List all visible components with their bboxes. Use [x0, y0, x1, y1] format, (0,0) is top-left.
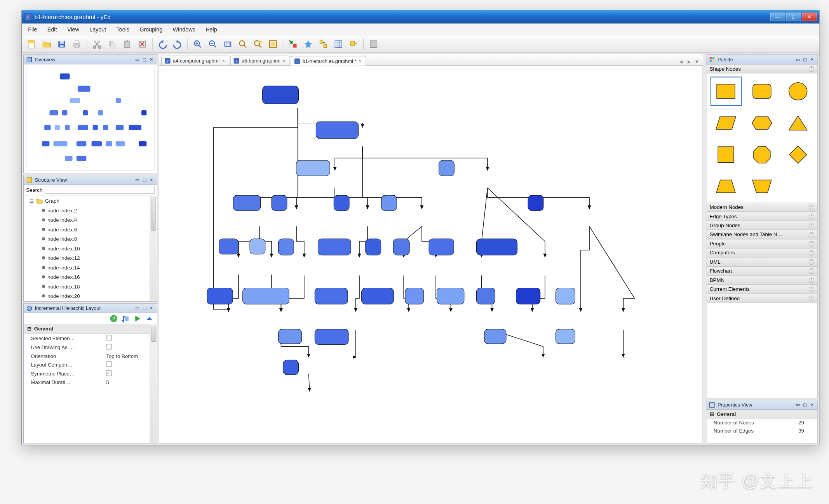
graph-node[interactable]: [405, 288, 424, 304]
panel-min-icon[interactable]: ▢: [141, 177, 147, 182]
tree-toggle-icon[interactable]: ⊟: [27, 326, 31, 332]
zoom-reset-button[interactable]: 1:1: [221, 37, 235, 51]
graph-node[interactable]: [315, 329, 349, 345]
redo-button[interactable]: [171, 37, 185, 51]
collapse-icon[interactable]: ˄: [809, 66, 814, 71]
panel-undock-icon[interactable]: ▭: [134, 57, 140, 62]
tree-toggle-icon[interactable]: ⊟: [710, 411, 714, 417]
graph-edge[interactable]: [362, 147, 367, 209]
expand-icon[interactable]: ˅: [809, 232, 814, 237]
paste-button[interactable]: [120, 37, 134, 51]
graph-node[interactable]: [272, 195, 287, 211]
shape-ellipse[interactable]: [784, 78, 812, 104]
graph-edge[interactable]: [581, 226, 589, 311]
graph-node[interactable]: [365, 239, 381, 255]
menu-grouping[interactable]: Grouping: [137, 24, 165, 34]
graph-node[interactable]: [278, 329, 302, 344]
structure-tree[interactable]: ⊟ Graph node index:2node index:4node ind…: [24, 195, 157, 301]
graph-node[interactable]: [437, 288, 464, 304]
shape-trapezoid[interactable]: [712, 173, 740, 199]
graph-edge[interactable]: [589, 226, 635, 311]
shape-diamond[interactable]: [784, 142, 812, 168]
tab-prev-icon[interactable]: ◂: [677, 57, 684, 65]
tree-item[interactable]: node index:18: [26, 282, 155, 291]
palette-section-header[interactable]: People˅: [707, 239, 818, 248]
search-input[interactable]: [45, 186, 154, 194]
delete-button[interactable]: [136, 37, 149, 51]
graph-node[interactable]: [318, 239, 351, 255]
document-tab[interactable]: yb1-hierarchies.graphml *×: [291, 56, 366, 65]
checkbox[interactable]: [106, 361, 111, 367]
tab-close-icon[interactable]: ×: [222, 57, 225, 63]
grid-button[interactable]: [332, 37, 345, 51]
palette-section-header[interactable]: Current Elements˅: [707, 285, 818, 294]
edit-mode-button[interactable]: [286, 37, 300, 51]
layout-row[interactable]: Symmetric Place…: [24, 369, 157, 378]
panel-undock-icon[interactable]: ▭: [795, 402, 801, 407]
document-tab[interactable]: ya5-bpmn.graphml×: [230, 56, 290, 65]
graph-node[interactable]: [334, 195, 350, 211]
graph-node[interactable]: [393, 239, 410, 255]
zoom-in-button[interactable]: [191, 37, 205, 51]
overview-mini-map[interactable]: [26, 67, 154, 170]
layout-row[interactable]: Layout Compon…: [24, 360, 157, 369]
diagram-canvas[interactable]: [159, 66, 702, 443]
menu-windows[interactable]: Windows: [171, 24, 198, 34]
panel-close-icon[interactable]: ✕: [809, 402, 815, 407]
cut-button[interactable]: [90, 37, 104, 51]
expand-icon[interactable]: ˅: [809, 250, 814, 255]
graph-node[interactable]: [556, 329, 575, 344]
snap-button[interactable]: [347, 37, 360, 51]
graph-node[interactable]: [242, 288, 289, 304]
graph-node[interactable]: [233, 195, 261, 211]
palette-section-header[interactable]: Flowchart˅: [707, 266, 818, 275]
graph-node[interactable]: [296, 160, 330, 176]
graph-node[interactable]: [315, 288, 348, 304]
nav-mode-button[interactable]: [301, 37, 315, 51]
checkbox[interactable]: [106, 335, 111, 340]
graph-node[interactable]: [278, 239, 294, 255]
tree-item[interactable]: node index:6: [26, 225, 155, 234]
shape-rectangle[interactable]: [712, 78, 740, 104]
graph-node[interactable]: [429, 239, 454, 255]
tab-close-icon[interactable]: ×: [359, 58, 362, 64]
zoom-selection-button[interactable]: [251, 37, 265, 51]
close-button[interactable]: ✕: [802, 12, 817, 21]
tree-item[interactable]: node index:16: [26, 272, 155, 282]
graph-node[interactable]: [381, 195, 397, 211]
group-button[interactable]: [367, 37, 380, 51]
graph-node[interactable]: [516, 288, 540, 304]
panel-min-icon[interactable]: ▢: [802, 57, 808, 62]
graph-edge[interactable]: [309, 374, 310, 391]
menu-view[interactable]: View: [65, 24, 82, 34]
tree-toggle-icon[interactable]: ⊟: [29, 198, 34, 204]
graph-node[interactable]: [476, 239, 517, 255]
zoom-out-button[interactable]: [206, 37, 219, 51]
expand-icon[interactable]: ˅: [809, 222, 814, 228]
print-button[interactable]: [70, 37, 84, 51]
panel-undock-icon[interactable]: ▭: [134, 306, 140, 311]
graph-node[interactable]: [484, 329, 506, 344]
palette-section-header[interactable]: User Defined˅: [707, 294, 818, 302]
tree-item[interactable]: node index:4: [26, 215, 155, 224]
graph-node[interactable]: [262, 86, 299, 104]
layout-scrollbar[interactable]: [150, 324, 157, 443]
graph-node[interactable]: [207, 288, 233, 304]
expand-icon[interactable]: ˅: [809, 295, 814, 301]
tree-scrollbar[interactable]: [150, 195, 157, 301]
run-icon[interactable]: [133, 314, 142, 323]
graph-edge[interactable]: [362, 147, 488, 170]
graph-node[interactable]: [283, 360, 299, 375]
expand-icon[interactable]: ˅: [809, 259, 814, 264]
shape-rounded-rect[interactable]: [748, 78, 776, 104]
checkbox[interactable]: [106, 370, 111, 376]
panel-undock-icon[interactable]: ▭: [134, 177, 140, 182]
new-doc-button[interactable]: [25, 37, 38, 51]
panel-min-icon[interactable]: ▢: [802, 402, 808, 407]
layout-row[interactable]: OrientationTop to Bottom: [24, 352, 157, 360]
panel-close-icon[interactable]: ✕: [809, 57, 815, 62]
open-button[interactable]: [40, 37, 54, 51]
tree-item[interactable]: node index:2: [26, 206, 155, 215]
tree-item[interactable]: node index:8: [26, 234, 155, 243]
expand-icon[interactable]: ˅: [809, 241, 814, 246]
